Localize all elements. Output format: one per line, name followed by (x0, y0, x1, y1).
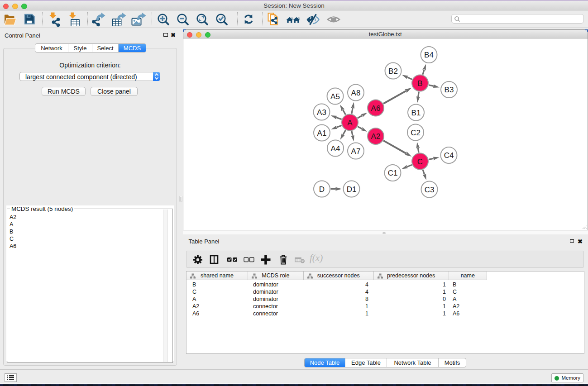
svg-text:A7: A7 (351, 147, 360, 156)
svg-text:A4: A4 (330, 144, 340, 153)
svg-text:C3: C3 (424, 186, 434, 194)
svg-text:B4: B4 (424, 51, 434, 59)
svg-text:A6: A6 (371, 104, 380, 113)
svg-text:A5: A5 (330, 92, 340, 101)
svg-text:B3: B3 (444, 86, 454, 94)
svg-text:A: A (347, 119, 353, 127)
svg-text:D: D (319, 185, 324, 194)
svg-text:A8: A8 (351, 89, 360, 97)
svg-text:B2: B2 (388, 67, 398, 76)
svg-text:A1: A1 (317, 129, 326, 138)
svg-text:D1: D1 (346, 185, 356, 194)
svg-text:C2: C2 (411, 129, 421, 137)
svg-text:B: B (417, 79, 422, 88)
svg-text:C: C (417, 157, 422, 166)
svg-text:B1: B1 (411, 109, 421, 117)
svg-text:A3: A3 (317, 108, 326, 117)
svg-text:A2: A2 (371, 132, 380, 141)
svg-text:C4: C4 (444, 151, 454, 160)
svg-text:C1: C1 (387, 169, 397, 177)
